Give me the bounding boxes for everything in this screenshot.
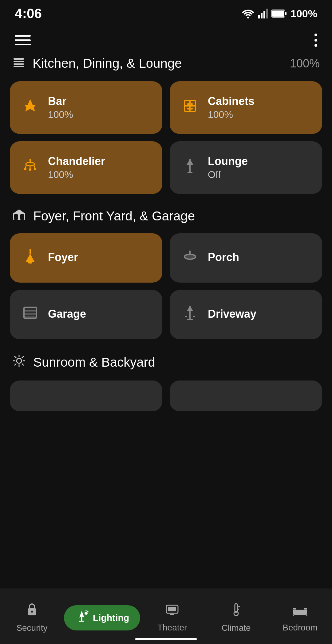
lighting-active-pill: Lighting [64, 605, 140, 630]
svg-rect-35 [20, 214, 24, 220]
section-kitchen-header: Kitchen, Dining, & Lounge 100% [10, 55, 322, 71]
card-porch-name: Porch [208, 251, 239, 264]
status-icons: 100% [242, 8, 317, 20]
svg-point-19 [187, 108, 189, 110]
svg-rect-7 [285, 12, 287, 15]
card-driveway-name: Driveway [208, 308, 256, 320]
section-sunroom-title: Sunroom & Backyard [33, 355, 155, 370]
section-kitchen-grid: Bar 100% C [10, 81, 322, 194]
lighting-nav-label: Lighting [93, 613, 129, 623]
section-sunroom-icon [12, 354, 26, 371]
svg-rect-8 [14, 58, 24, 60]
card-cabinets-info: Cabinets 100% [208, 95, 255, 120]
svg-rect-9 [14, 61, 24, 62]
section-foyer-title: Foyer, Front Yard, & Garage [33, 209, 195, 223]
card-cabinets-name: Cabinets [208, 95, 255, 108]
svg-point-51 [17, 358, 22, 363]
svg-rect-3 [263, 11, 265, 18]
bar-light-icon [21, 98, 39, 118]
card-driveway[interactable]: Driveway [170, 290, 322, 339]
ceiling-light-icon [181, 248, 199, 268]
nav-item-lighting[interactable]: Lighting [64, 605, 140, 630]
card-cabinets-status: 100% [208, 109, 255, 120]
section-kitchen-icon [12, 55, 25, 71]
card-garage-info: Garage [48, 308, 86, 322]
card-bar-status: 100% [48, 109, 73, 120]
partial-card-2[interactable] [170, 380, 322, 411]
nav-item-security[interactable]: Security [0, 602, 64, 633]
card-cabinets[interactable]: Cabinets 100% [170, 81, 322, 134]
svg-marker-47 [187, 306, 193, 311]
card-foyer-info: Foyer [48, 251, 78, 265]
svg-point-20 [191, 108, 193, 110]
more-options-button[interactable] [314, 34, 317, 47]
card-garage-name: Garage [48, 308, 86, 320]
card-lounge[interactable]: Lounge Off [170, 141, 322, 194]
section-foyer-grid: Foyer Porch [10, 233, 322, 339]
signal-icon [258, 9, 268, 18]
svg-point-65 [85, 612, 88, 615]
status-time: 4:06 [15, 6, 42, 21]
section-foyer-icon [12, 209, 26, 223]
svg-point-40 [184, 254, 196, 259]
svg-line-57 [22, 364, 24, 365]
bottom-nav: Security Lighting [0, 589, 332, 644]
svg-point-27 [29, 168, 31, 171]
svg-line-67 [87, 611, 88, 612]
svg-rect-10 [14, 63, 24, 65]
nav-item-theater[interactable]: Theater [140, 603, 204, 633]
card-driveway-info: Driveway [208, 308, 256, 322]
card-porch[interactable]: Porch [170, 233, 322, 283]
menu-button[interactable] [15, 35, 31, 45]
wifi-icon [242, 9, 254, 18]
nav-item-climate[interactable]: Climate [204, 602, 268, 633]
chandelier-icon [21, 158, 39, 178]
bedroom-nav-label: Bedroom [283, 623, 318, 633]
card-garage[interactable]: Garage [10, 290, 162, 339]
section-foyer: Foyer, Front Yard, & Garage Foyer [0, 209, 332, 339]
svg-line-56 [14, 356, 16, 358]
card-chandelier-info: Chandelier 100% [48, 155, 105, 180]
main-content: Kitchen, Dining, & Lounge 100% Bar 100% [0, 55, 332, 488]
app-bar [0, 25, 332, 55]
partial-cards [10, 380, 322, 411]
card-chandelier-name: Chandelier [48, 155, 105, 168]
security-nav-label: Security [16, 623, 47, 633]
driveway-light-icon [181, 305, 199, 324]
section-sunroom-header: Sunroom & Backyard [10, 354, 322, 371]
partial-card-1[interactable] [10, 380, 162, 411]
card-chandelier[interactable]: Chandelier 100% [10, 141, 162, 194]
svg-rect-1 [258, 15, 260, 18]
svg-rect-6 [272, 10, 284, 17]
section-foyer-title-wrap: Foyer, Front Yard, & Garage [12, 209, 195, 223]
card-foyer[interactable]: Foyer [10, 233, 162, 283]
card-lounge-info: Lounge Off [208, 155, 248, 180]
battery-percent: 100% [290, 8, 317, 20]
card-bar[interactable]: Bar 100% [10, 81, 162, 134]
section-sunroom: Sunroom & Backyard [0, 354, 332, 411]
section-kitchen-percent: 100% [290, 57, 320, 70]
section-sunroom-title-wrap: Sunroom & Backyard [12, 354, 155, 371]
bedroom-nav-icon [292, 603, 308, 620]
svg-point-18 [191, 103, 193, 105]
svg-point-26 [24, 168, 26, 170]
card-chandelier-status: 100% [48, 169, 105, 180]
section-kitchen-title-wrap: Kitchen, Dining, & Lounge [12, 55, 182, 71]
svg-rect-82 [293, 610, 307, 610]
climate-nav-label: Climate [222, 623, 251, 633]
svg-point-13 [28, 104, 32, 108]
home-indicator [135, 638, 197, 640]
card-foyer-name: Foyer [48, 251, 78, 264]
svg-rect-34 [14, 214, 18, 220]
pendant-icon [21, 248, 39, 268]
nav-item-bedroom[interactable]: Bedroom [268, 603, 332, 633]
svg-line-59 [14, 364, 16, 365]
svg-point-61 [31, 611, 33, 613]
theater-nav-icon [165, 603, 179, 620]
svg-point-0 [247, 17, 249, 18]
card-bar-info: Bar 100% [48, 95, 73, 120]
svg-rect-69 [168, 607, 176, 611]
svg-rect-2 [261, 13, 263, 18]
card-bar-name: Bar [48, 95, 73, 108]
lighting-nav-icon [75, 610, 89, 626]
